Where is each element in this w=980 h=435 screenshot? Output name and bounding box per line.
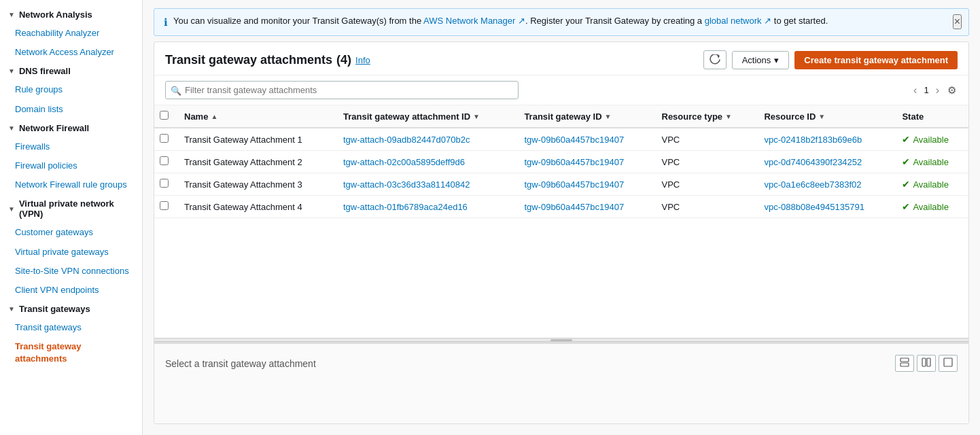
sidebar-section-network-firewall[interactable]: ▼ Network Firewall — [0, 119, 142, 137]
sidebar-section-dns-firewall[interactable]: ▼ DNS firewall — [0, 62, 142, 80]
row-gateway-id-1: tgw-09b60a4457bc19407 — [516, 151, 653, 173]
available-check-icon: ✔ — [902, 179, 910, 190]
table-row: Transit Gateway Attachment 1 tgw-attach-… — [154, 128, 968, 151]
sidebar-item-transit-gateways[interactable]: Transit gateways — [0, 318, 142, 337]
gateway-id-sort-icon[interactable]: ▼ — [605, 113, 612, 120]
table-row: Transit Gateway Attachment 3 tgw-attach-… — [154, 173, 968, 196]
sidebar-item-virtual-private-gateways[interactable]: Virtual private gateways — [0, 243, 142, 262]
attachment-id-link-0[interactable]: tgw-attach-09adb82447d070b2c — [343, 135, 470, 145]
chevron-icon: ▼ — [8, 67, 15, 75]
row-checkbox-3[interactable] — [160, 201, 169, 210]
th-name: Name ▲ — [176, 105, 335, 128]
sidebar-item-network-access-analyzer[interactable]: Network Access Analyzer — [0, 43, 142, 62]
sidebar-section-transit-gateways[interactable]: ▼ Transit gateways — [0, 300, 142, 318]
row-resource-type-2: VPC — [654, 173, 756, 196]
page-number: 1 — [924, 85, 928, 95]
row-gateway-id-2: tgw-09b60a4457bc19407 — [516, 173, 653, 196]
table-title-text: Transit gateway attachments — [165, 53, 332, 67]
panel-icon-btn-1[interactable] — [895, 355, 914, 372]
sidebar-item-firewalls[interactable]: Firewalls — [0, 137, 142, 156]
gateway-id-link-1[interactable]: tgw-09b60a4457bc19407 — [524, 157, 624, 167]
table-header-bar: Transit gateway attachments (4) Info Act… — [154, 42, 968, 75]
sidebar-item-nfw-rule-groups[interactable]: Network Firewall rule groups — [0, 175, 142, 194]
attachment-id-link-3[interactable]: tgw-attach-01fb6789aca24ed16 — [343, 202, 468, 212]
sidebar-item-site-to-site-vpn[interactable]: Site-to-Site VPN connections — [0, 262, 142, 281]
resource-id-link-1[interactable]: vpc-0d74064390f234252 — [764, 157, 862, 167]
panel-icon-btn-3[interactable] — [939, 355, 958, 372]
select-all-checkbox[interactable] — [160, 111, 169, 120]
sidebar-item-client-vpn-endpoints[interactable]: Client VPN endpoints — [0, 281, 142, 300]
sidebar-item-rule-groups[interactable]: Rule groups — [0, 80, 142, 99]
resource-type-sort-icon[interactable]: ▼ — [725, 113, 732, 120]
banner-close-button[interactable]: × — [953, 14, 962, 29]
row-gateway-id-3: tgw-09b60a4457bc19407 — [516, 196, 653, 218]
chevron-icon: ▼ — [8, 11, 15, 18]
sidebar-item-firewall-policies[interactable]: Firewall policies — [0, 156, 142, 175]
resource-id-sort-icon[interactable]: ▼ — [818, 113, 825, 120]
info-banner: ℹ You can visualize and monitor your Tra… — [154, 8, 969, 36]
row-checkbox-cell — [154, 196, 176, 218]
sidebar-section-network-analysis[interactable]: ▼ Network Analysis — [0, 5, 142, 24]
sidebar-section-label: Network Analysis — [19, 10, 92, 20]
gateway-id-link-3[interactable]: tgw-09b60a4457bc19407 — [524, 202, 624, 212]
attachment-id-link-2[interactable]: tgw-attach-03c36d33a81140842 — [343, 179, 470, 190]
panel-icon-btn-2[interactable] — [917, 355, 936, 372]
row-resource-id-3: vpc-088b08e4945135791 — [756, 196, 894, 218]
row-checkbox-cell — [154, 151, 176, 173]
table-info-link[interactable]: Info — [355, 55, 370, 65]
attachment-id-sort-icon[interactable]: ▼ — [473, 113, 480, 120]
row-resource-id-2: vpc-0a1e6c8eeb7383f02 — [756, 173, 894, 196]
row-state-2: ✔ Available — [894, 173, 968, 196]
row-resource-id-1: vpc-0d74064390f234252 — [756, 151, 894, 173]
gateway-id-link-2[interactable]: tgw-09b60a4457bc19407 — [524, 179, 624, 190]
row-checkbox-cell — [154, 173, 176, 196]
create-attachment-button[interactable]: Create transit gateway attachment — [794, 51, 958, 69]
aws-network-manager-link[interactable]: AWS Network Manager ↗ — [423, 16, 525, 26]
table-row: Transit Gateway Attachment 4 tgw-attach-… — [154, 196, 968, 218]
state-text-2: Available — [913, 179, 949, 190]
refresh-button[interactable] — [703, 50, 727, 69]
row-resource-type-3: VPC — [654, 196, 756, 218]
table-container: Name ▲ Transit gateway attachment ID ▼ — [154, 105, 968, 338]
chevron-icon: ▼ — [8, 205, 15, 213]
gateway-id-link-0[interactable]: tgw-09b60a4457bc19407 — [524, 135, 624, 145]
search-icon: 🔍 — [171, 85, 181, 95]
state-text-0: Available — [913, 135, 949, 145]
sidebar-item-transit-gateway-attachments[interactable]: Transit gateway attachments — [0, 337, 142, 368]
svg-rect-0 — [900, 358, 909, 362]
row-checkbox-1[interactable] — [160, 156, 169, 165]
th-gateway-id: Transit gateway ID ▼ — [516, 105, 653, 128]
sidebar-section-vpn[interactable]: ▼ Virtual private network (VPN) — [0, 194, 142, 223]
global-network-link[interactable]: global network ↗ — [705, 16, 771, 26]
row-name-3: Transit Gateway Attachment 4 — [176, 196, 335, 218]
bottom-panel-icons — [895, 355, 958, 372]
row-checkbox-0[interactable] — [160, 134, 169, 143]
banner-text: You can visualize and monitor your Trans… — [173, 16, 828, 26]
row-checkbox-2[interactable] — [160, 179, 169, 188]
svg-rect-2 — [922, 358, 926, 366]
prev-page-button[interactable]: ‹ — [911, 83, 920, 98]
available-check-icon: ✔ — [902, 156, 910, 167]
sidebar-section-label: Transit gateways — [19, 304, 90, 314]
sidebar-item-reachability-analyzer[interactable]: Reachability Analyzer — [0, 24, 142, 43]
bottom-panel-title: Select a transit gateway attachment — [165, 358, 316, 369]
row-attachment-id-2: tgw-attach-03c36d33a81140842 — [335, 173, 516, 196]
row-checkbox-cell — [154, 128, 176, 151]
row-gateway-id-0: tgw-09b60a4457bc19407 — [516, 128, 653, 151]
sidebar-item-customer-gateways[interactable]: Customer gateways — [0, 223, 142, 242]
resource-id-link-3[interactable]: vpc-088b08e4945135791 — [764, 202, 864, 212]
select-all-header — [154, 105, 176, 128]
pagination-settings-button[interactable]: ⚙ — [946, 83, 958, 98]
row-resource-id-0: vpc-02418b2f183b69e6b — [756, 128, 894, 151]
pagination-bar: ‹ 1 › ⚙ — [911, 83, 958, 98]
resource-id-link-2[interactable]: vpc-0a1e6c8eeb7383f02 — [764, 179, 861, 190]
actions-button[interactable]: Actions ▾ — [732, 51, 790, 69]
sidebar-section-label: Network Firewall — [19, 123, 89, 133]
attachment-id-link-1[interactable]: tgw-attach-02c00a5895deff9d6 — [343, 157, 465, 167]
sidebar-item-domain-lists[interactable]: Domain lists — [0, 100, 142, 119]
name-sort-icon[interactable]: ▲ — [211, 113, 217, 120]
row-state-1: ✔ Available — [894, 151, 968, 173]
filter-input[interactable] — [165, 81, 519, 99]
next-page-button[interactable]: › — [933, 83, 942, 98]
resource-id-link-0[interactable]: vpc-02418b2f183b69e6b — [764, 135, 862, 145]
